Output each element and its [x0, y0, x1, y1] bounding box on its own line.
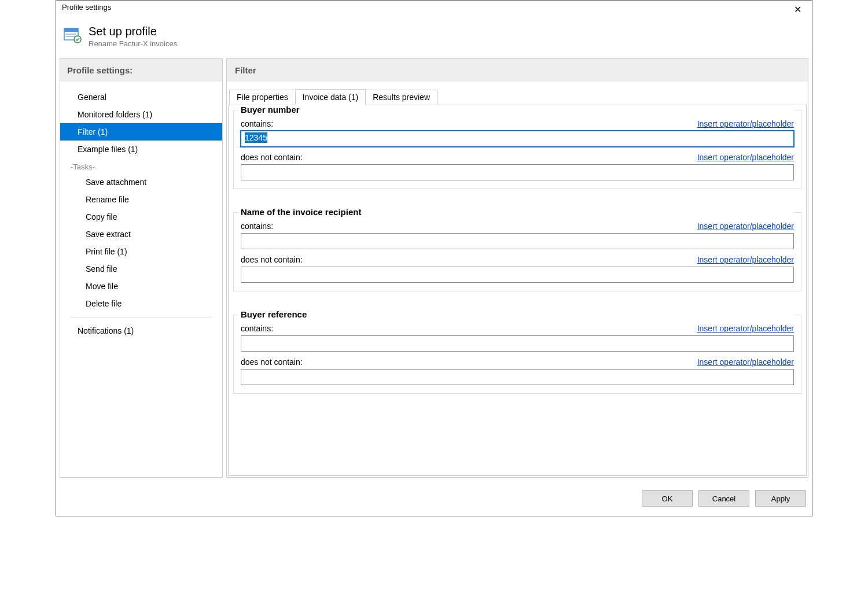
sidebar-item-general[interactable]: General	[60, 88, 222, 106]
footer: OK Cancel Apply	[56, 481, 812, 516]
sidebar-task-copy-file[interactable]: Copy file	[60, 208, 222, 226]
sidebar-item-notifications[interactable]: Notifications (1)	[60, 322, 222, 339]
sidebar: Profile settings: General Monitored fold…	[60, 58, 223, 478]
row-not-contains: does not contain: Insert operator/placeh…	[241, 357, 794, 367]
input-reference-contains[interactable]	[241, 335, 794, 352]
group-legend: Buyer number	[238, 105, 794, 114]
row-contains: contains: Insert operator/placeholder	[241, 119, 794, 128]
sidebar-task-send-file[interactable]: Send file	[60, 260, 222, 278]
input-reference-not-contains[interactable]	[241, 369, 794, 385]
group-buyer-number: Buyer number contains: Insert operator/p…	[233, 110, 801, 189]
sidebar-divider	[71, 317, 212, 317]
row-not-contains: does not contain: Insert operator/placeh…	[241, 153, 794, 162]
row-contains: contains: Insert operator/placeholder	[241, 221, 794, 231]
sidebar-item-filter[interactable]: Filter (1)	[60, 123, 222, 141]
label-not-contains: does not contain:	[241, 153, 303, 162]
link-insert-placeholder[interactable]: Insert operator/placeholder	[697, 119, 794, 128]
sidebar-item-example-files[interactable]: Example files (1)	[60, 141, 222, 158]
sidebar-task-delete-file[interactable]: Delete file	[60, 295, 222, 312]
main-panel: Filter File properties Invoice data (1) …	[226, 58, 808, 478]
body: Profile settings: General Monitored fold…	[56, 58, 812, 481]
tab-file-properties[interactable]: File properties	[229, 90, 296, 106]
titlebar: Profile settings ✕	[56, 1, 812, 18]
row-contains: contains: Insert operator/placeholder	[241, 324, 794, 333]
tab-results-preview[interactable]: Results preview	[365, 90, 437, 106]
close-icon[interactable]: ✕	[788, 3, 807, 16]
label-contains: contains:	[241, 324, 273, 333]
row-not-contains: does not contain: Insert operator/placeh…	[241, 255, 794, 264]
link-insert-placeholder[interactable]: Insert operator/placeholder	[697, 357, 794, 367]
ok-button[interactable]: OK	[642, 490, 693, 507]
sidebar-task-rename-file[interactable]: Rename file	[60, 191, 222, 208]
group-invoice-recipient-name: Name of the invoice recipient contains: …	[233, 212, 801, 291]
input-buyer-number-contains[interactable]: 12345	[241, 131, 794, 147]
link-insert-placeholder[interactable]: Insert operator/placeholder	[697, 324, 794, 333]
group-buyer-reference: Buyer reference contains: Insert operato…	[233, 315, 801, 394]
sidebar-item-monitored-folders[interactable]: Monitored folders (1)	[60, 106, 222, 123]
label-not-contains: does not contain:	[241, 255, 303, 264]
tabs: File properties Invoice data (1) Results…	[227, 82, 808, 105]
sidebar-list: General Monitored folders (1) Filter (1)…	[60, 82, 222, 339]
sidebar-task-move-file[interactable]: Move file	[60, 278, 222, 295]
link-insert-placeholder[interactable]: Insert operator/placeholder	[697, 153, 794, 162]
label-contains: contains:	[241, 119, 273, 128]
svg-rect-1	[64, 28, 78, 32]
input-recipient-contains[interactable]	[241, 233, 794, 249]
scroll-area[interactable]: Buyer number contains: Insert operator/p…	[229, 105, 806, 475]
label-not-contains: does not contain:	[241, 357, 303, 367]
apply-button[interactable]: Apply	[755, 490, 806, 507]
label-contains: contains:	[241, 221, 273, 231]
link-insert-placeholder[interactable]: Insert operator/placeholder	[697, 255, 794, 264]
sidebar-task-save-attachment[interactable]: Save attachment	[60, 173, 222, 191]
header-texts: Set up profile Rename Factur-X invoices	[89, 25, 177, 48]
window-title: Profile settings	[62, 3, 111, 12]
group-legend: Name of the invoice recipient	[238, 207, 794, 217]
input-recipient-not-contains[interactable]	[241, 267, 794, 283]
main-title: Filter	[227, 59, 808, 82]
tab-invoice-data[interactable]: Invoice data (1)	[295, 89, 366, 105]
sidebar-task-print-file[interactable]: Print file (1)	[60, 243, 222, 260]
cancel-button[interactable]: Cancel	[698, 490, 749, 507]
header: Set up profile Rename Factur-X invoices	[56, 18, 812, 58]
input-buyer-number-not-contains[interactable]	[241, 164, 794, 180]
sidebar-tasks-label: -Tasks-	[60, 158, 222, 173]
sidebar-task-save-extract[interactable]: Save extract	[60, 226, 222, 243]
sidebar-title: Profile settings:	[60, 59, 222, 82]
page-title: Set up profile	[89, 25, 177, 38]
profile-icon	[63, 25, 82, 43]
group-legend: Buyer reference	[238, 309, 794, 319]
tab-content: Buyer number contains: Insert operator/p…	[228, 105, 807, 476]
link-insert-placeholder[interactable]: Insert operator/placeholder	[697, 221, 794, 231]
page-subtitle: Rename Factur-X invoices	[89, 39, 177, 48]
